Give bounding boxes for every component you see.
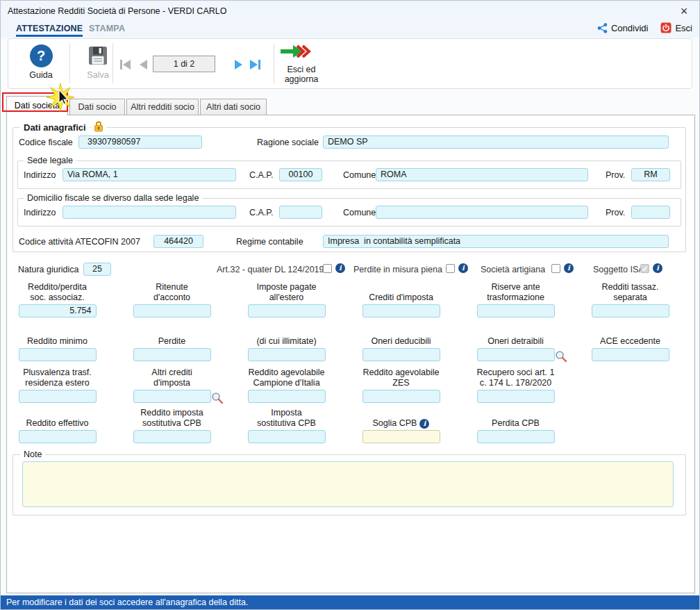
prov-field[interactable]: RM bbox=[631, 168, 670, 181]
field-label: Perdite bbox=[158, 336, 186, 347]
redditi-tassaz-field[interactable] bbox=[592, 304, 669, 318]
cap-field[interactable]: 00100 bbox=[279, 168, 322, 181]
previous-page-icon[interactable] bbox=[136, 58, 151, 72]
esci-button[interactable]: Esci bbox=[660, 22, 692, 33]
lock-icon bbox=[91, 120, 106, 132]
esci-ed-aggiorna-button[interactable]: Esci ed aggiorna bbox=[279, 42, 324, 84]
sede-legale-title: Sede legale bbox=[24, 156, 76, 166]
info-icon[interactable]: i bbox=[564, 263, 574, 273]
soglia-cpb-field[interactable] bbox=[362, 430, 440, 443]
reddito-minimo-field[interactable] bbox=[19, 348, 97, 361]
regime-contabile-field[interactable]: Impresa in contabilità semplificata bbox=[323, 235, 669, 248]
soggetto-isa-checkbox[interactable]: ✓ bbox=[640, 264, 649, 273]
last-page-icon[interactable] bbox=[247, 58, 262, 72]
toolbar-separator bbox=[112, 43, 113, 83]
guida-button[interactable]: ? Guida bbox=[19, 43, 62, 80]
status-text: Per modificare i dati dei soci accedere … bbox=[6, 597, 248, 607]
domicilio-fiscale-title: Domicilio fiscale se diverso dalla sede … bbox=[24, 193, 202, 204]
imposte-estero-field[interactable] bbox=[248, 304, 326, 318]
esci-label: Esci bbox=[675, 23, 692, 33]
recupero-soci-field[interactable] bbox=[477, 390, 555, 403]
info-icon[interactable]: i bbox=[419, 419, 429, 429]
codice-attivita-field[interactable]: 464420 bbox=[153, 235, 203, 248]
field-cell: Reddito effettivo bbox=[0, 408, 115, 443]
perdite-field[interactable] bbox=[133, 348, 211, 361]
tab-altri-dati-socio[interactable]: Altri dati socio bbox=[200, 99, 267, 115]
indirizzo-field[interactable] bbox=[62, 206, 236, 219]
di-cui-illimitate-field[interactable] bbox=[248, 348, 326, 361]
reddito-effettivo-field[interactable] bbox=[19, 430, 97, 443]
tab-stampa[interactable]: STAMPA bbox=[89, 24, 125, 33]
perdita-cpb-field[interactable] bbox=[477, 430, 555, 443]
tab-dati-socio[interactable]: Dati socio bbox=[69, 99, 125, 115]
oneri-detraibili-field[interactable] bbox=[477, 348, 555, 361]
imposta-sostitutiva-cpb-field[interactable] bbox=[248, 430, 326, 443]
condividi-button[interactable]: Condividi bbox=[597, 23, 648, 33]
sede-legale-group: Sede legale Indirizzo Via ROMA, 1 C.A.P.… bbox=[17, 160, 681, 189]
dati-anagrafici-title: Dati anagrafici bbox=[20, 122, 90, 133]
field-grid-row-3: Plusvalenza trasf. residenza estero Altr… bbox=[0, 368, 694, 403]
comune-field[interactable] bbox=[376, 206, 588, 219]
codice-fiscale-field[interactable]: 39307980597 bbox=[78, 135, 202, 149]
guida-label: Guida bbox=[19, 70, 62, 80]
oneri-deducibili-field[interactable] bbox=[362, 348, 440, 361]
reddito-imposta-sostitutiva-cpb-field[interactable] bbox=[133, 430, 211, 443]
note-title: Note bbox=[20, 450, 45, 460]
reddito-perdita-field[interactable]: 5.754 bbox=[19, 304, 97, 318]
perdite-misura-piena-checkbox[interactable] bbox=[446, 264, 455, 273]
ace-eccedente-field[interactable] bbox=[592, 348, 669, 361]
close-icon[interactable]: × bbox=[676, 3, 692, 19]
natura-giuridica-field[interactable]: 25 bbox=[83, 263, 111, 276]
field-cell: Soglia CPB i bbox=[344, 408, 458, 443]
altri-crediti-imposta-field[interactable] bbox=[133, 390, 211, 403]
field-cell: Perdita CPB bbox=[458, 408, 573, 443]
field-cell: Reddito imposta sostitutiva CPB bbox=[115, 408, 229, 443]
dati-societa-page: Dati anagrafici Codice fiscale 393079805… bbox=[6, 115, 695, 593]
domicilio-fiscale-group: Domicilio fiscale se diverso dalla sede … bbox=[17, 198, 681, 226]
field-cell: ACE eccedente bbox=[573, 336, 688, 361]
codice-fiscale-label: Codice fiscale bbox=[19, 138, 73, 147]
info-icon[interactable]: i bbox=[653, 263, 662, 273]
cursor-starburst-icon bbox=[45, 83, 77, 113]
page-indicator: 1 di 2 bbox=[153, 56, 215, 72]
info-icon[interactable]: i bbox=[458, 263, 468, 273]
field-cell: Perdite bbox=[115, 336, 229, 361]
comune-field[interactable]: ROMA bbox=[376, 168, 588, 181]
prov-field[interactable] bbox=[631, 206, 670, 219]
status-bar: Per modificare i dati dei soci accedere … bbox=[1, 595, 699, 609]
indirizzo-field[interactable]: Via ROMA, 1 bbox=[62, 168, 236, 181]
field-cell: Imposta sostitutiva CPB bbox=[229, 408, 344, 443]
magnifier-icon[interactable] bbox=[211, 392, 224, 404]
comune-label: Comune bbox=[343, 208, 376, 217]
tab-altri-redditi-socio[interactable]: Altri redditi socio bbox=[126, 99, 199, 115]
field-label: Altri crediti d'imposta bbox=[151, 368, 192, 388]
ragione-sociale-field[interactable]: DEMO SP bbox=[323, 135, 669, 149]
indirizzo-label: Indirizzo bbox=[24, 208, 56, 217]
regime-contabile-label: Regime contabile bbox=[236, 237, 303, 247]
toolbar-separator bbox=[69, 43, 70, 83]
soggetto-isa-label: Soggetto ISA bbox=[593, 265, 644, 274]
magnifier-icon[interactable] bbox=[555, 350, 567, 363]
tab-attestazione[interactable]: ATTESTAZIONE bbox=[16, 24, 83, 37]
field-grid-row-1: Reddito/perdita soc. associaz. 5.754 Rit… bbox=[0, 282, 694, 318]
window-title: Attestazione Redditi Società di Persone … bbox=[8, 6, 226, 16]
reddito-campione-italia-field[interactable] bbox=[248, 390, 326, 403]
art32-checkbox[interactable] bbox=[323, 264, 332, 273]
riserve-ante-field[interactable] bbox=[477, 304, 555, 318]
field-cell: Reddito agevolabile ZES bbox=[344, 368, 458, 403]
ritenute-acconto-field[interactable] bbox=[133, 304, 211, 318]
reddito-zes-field[interactable] bbox=[362, 390, 440, 403]
first-page-icon[interactable] bbox=[118, 58, 133, 72]
cap-field[interactable] bbox=[279, 206, 322, 219]
field-cell: Altri crediti d'imposta bbox=[115, 368, 229, 403]
field-cell: Reddito/perdita soc. associaz. 5.754 bbox=[0, 282, 115, 318]
crediti-imposta-field[interactable] bbox=[362, 304, 440, 318]
help-icon: ? bbox=[30, 44, 53, 67]
plusvalenza-trasf-field[interactable] bbox=[19, 390, 97, 403]
note-textarea[interactable] bbox=[22, 461, 674, 507]
next-page-icon[interactable] bbox=[231, 58, 246, 72]
ribbon: ATTESTAZIONE STAMPA Condividi bbox=[1, 22, 699, 38]
field-grid-row-4: Reddito effettivo Reddito imposta sostit… bbox=[0, 408, 694, 443]
info-icon[interactable]: i bbox=[335, 263, 345, 273]
societa-artigiana-checkbox[interactable] bbox=[551, 264, 560, 273]
